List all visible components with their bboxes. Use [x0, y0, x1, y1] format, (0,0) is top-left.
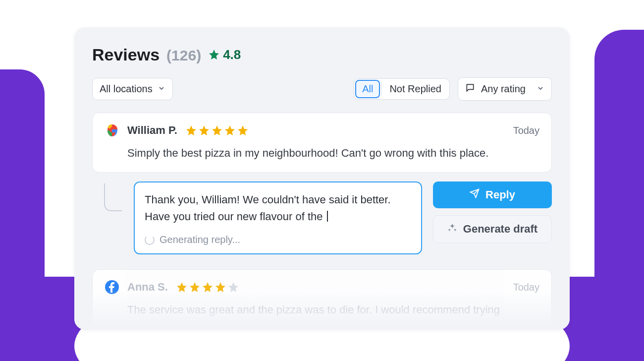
send-icon: [470, 188, 480, 201]
review-body: Simply the best pizza in my neighbourhoo…: [105, 145, 539, 161]
star-empty-icon: [227, 281, 239, 293]
review-header: Anna S. Today: [105, 280, 539, 295]
reply-line-2: Have you tried our new flavour of the: [145, 210, 326, 223]
google-icon: [105, 123, 119, 138]
generate-draft-button[interactable]: Generate draft: [433, 215, 552, 243]
review-stars: [176, 281, 239, 293]
background-shape-left: [0, 69, 45, 361]
tab-all[interactable]: All: [355, 80, 380, 98]
chat-icon: [465, 83, 475, 95]
page-title: Reviews: [92, 45, 160, 64]
review-card: William P. Today Simply the best pizza i…: [92, 113, 552, 173]
reply-line-1: Thank you, William! We couldn't have sai…: [145, 193, 391, 206]
reply-thread: Thank you, William! We couldn't have sai…: [92, 181, 552, 254]
average-rating: 4.8: [208, 47, 241, 62]
panel-header: Reviews (126) 4.8: [92, 45, 552, 64]
review-stars: [185, 124, 249, 136]
filters-row: All locations All Not Replied Any rating: [92, 77, 552, 101]
sparkle-icon: [447, 223, 457, 236]
review-card: Anna S. Today The service was great and …: [92, 269, 552, 329]
reply-button-label: Reply: [485, 188, 515, 201]
generate-draft-label: Generate draft: [463, 223, 537, 236]
reply-button[interactable]: Reply: [433, 181, 552, 208]
reply-area: Thank you, William! We couldn't have sai…: [134, 181, 552, 254]
review-time: Today: [513, 125, 539, 136]
star-icon: [208, 49, 220, 60]
review-author: Anna S.: [127, 281, 168, 294]
reply-input[interactable]: Thank you, William! We couldn't have sai…: [134, 181, 422, 254]
chevron-down-icon: [158, 83, 165, 95]
tab-not-replied[interactable]: Not Replied: [381, 79, 449, 99]
reviews-panel: Reviews (126) 4.8 All locations All Not …: [74, 27, 570, 330]
star-icon: [224, 124, 236, 136]
review-time: Today: [513, 282, 539, 293]
facebook-icon: [105, 280, 119, 295]
generating-label: Generating reply...: [160, 234, 240, 245]
chevron-down-icon: [537, 83, 544, 95]
reply-status-tabs: All Not Replied: [354, 78, 450, 100]
review-count: (126): [166, 47, 201, 64]
average-rating-value: 4.8: [223, 47, 241, 62]
review-author: William P.: [127, 124, 177, 137]
star-icon: [198, 124, 210, 136]
text-cursor: [327, 211, 328, 222]
star-icon: [202, 281, 214, 293]
star-icon: [237, 124, 249, 136]
review-body: The service was great and the pizza was …: [105, 301, 539, 318]
reply-actions: Reply Generate draft: [433, 181, 552, 254]
star-icon: [189, 281, 201, 293]
background-shape-right: [594, 30, 644, 361]
star-icon: [215, 281, 226, 293]
star-icon: [211, 124, 223, 136]
spinner-icon: [145, 235, 155, 245]
rating-filter[interactable]: Any rating: [458, 77, 552, 101]
review-header: William P. Today: [105, 123, 539, 138]
location-filter[interactable]: All locations: [92, 78, 173, 100]
rating-filter-label: Any rating: [481, 83, 526, 95]
thread-connector: [104, 183, 122, 211]
generating-status: Generating reply...: [145, 234, 411, 245]
location-filter-label: All locations: [100, 83, 153, 95]
reply-draft-text: Thank you, William! We couldn't have sai…: [145, 191, 411, 227]
star-icon: [176, 281, 188, 293]
star-icon: [185, 124, 197, 136]
